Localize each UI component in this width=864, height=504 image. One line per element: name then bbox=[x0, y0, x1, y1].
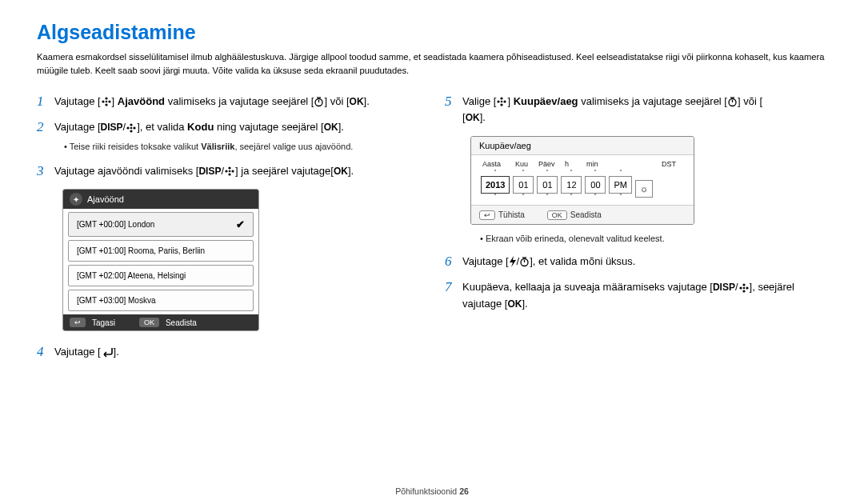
datetime-panel-footer: ↩Tühista OKSeadista bbox=[471, 205, 694, 224]
timezone-panel-title: Ajavöönd bbox=[87, 194, 124, 204]
svg-point-1 bbox=[105, 104, 107, 106]
svg-point-13 bbox=[228, 167, 230, 170]
datetime-panel-title: Kuupäev/aeg bbox=[471, 137, 694, 155]
step-3: Vajutage ajavööndi valimiseks [DISP/] ja… bbox=[54, 163, 419, 180]
ok-icon: OK bbox=[324, 120, 338, 135]
svg-point-17 bbox=[229, 170, 231, 173]
month-spinner[interactable]: ˄01˅ bbox=[513, 170, 534, 200]
flower-icon bbox=[101, 96, 112, 107]
step-number: 7 bbox=[445, 279, 462, 295]
timer-icon bbox=[519, 256, 530, 267]
svg-point-20 bbox=[498, 101, 500, 103]
timezone-panel-footer: ↩Tagasi OKSeadista bbox=[63, 314, 258, 330]
back-arrow-icon bbox=[101, 348, 114, 358]
datetime-panel: Kuupäev/aeg Aasta Kuu Päev h min DST ˄20… bbox=[470, 136, 694, 225]
minute-spinner[interactable]: ˄00˅ bbox=[585, 170, 606, 200]
ok-set-button[interactable]: OKSeadista bbox=[547, 210, 602, 219]
disp-icon: DISP bbox=[713, 280, 735, 295]
svg-point-11 bbox=[134, 126, 136, 129]
flower-icon bbox=[496, 96, 507, 107]
svg-point-33 bbox=[742, 287, 745, 290]
ok-chip: OK bbox=[139, 318, 159, 327]
ok-icon: OK bbox=[466, 110, 480, 126]
timezone-option[interactable]: [GMT +02:00] Ateena, Helsingi bbox=[68, 265, 254, 286]
chevron-down-icon[interactable]: ˅ bbox=[522, 194, 525, 200]
ampm-spinner[interactable]: ˄PM˅ bbox=[609, 170, 632, 200]
svg-point-21 bbox=[504, 101, 506, 103]
svg-point-9 bbox=[130, 130, 133, 132]
disp-icon: DISP bbox=[101, 120, 123, 135]
chevron-down-icon[interactable]: ˅ bbox=[546, 194, 549, 200]
svg-point-16 bbox=[231, 170, 234, 173]
chevron-down-icon[interactable]: ˅ bbox=[494, 194, 497, 200]
hour-spinner[interactable]: ˄12˅ bbox=[561, 170, 582, 200]
cancel-button[interactable]: ↩Tühista bbox=[479, 210, 525, 219]
year-spinner[interactable]: ˄2013˅ bbox=[481, 170, 510, 200]
step-5-sub: Ekraan võib erineda, olenevalt valitud k… bbox=[480, 233, 827, 245]
svg-point-22 bbox=[501, 101, 503, 103]
svg-point-0 bbox=[105, 98, 107, 100]
timezone-option[interactable]: [GMT +03:00] Moskva bbox=[68, 290, 254, 311]
back-icon: ↩ bbox=[70, 318, 86, 327]
chevron-down-icon[interactable]: ˅ bbox=[619, 194, 622, 200]
step-2-sub: Teise riiki reisides toksake valikut Väl… bbox=[64, 141, 419, 153]
left-column: 1 Vajutage [] Ajavöönd valimiseks ja vaj… bbox=[37, 94, 419, 371]
globe-icon: ✦ bbox=[70, 193, 82, 206]
chevron-up-icon[interactable]: ˄ bbox=[522, 170, 525, 176]
back-button[interactable]: ↩Tagasi bbox=[70, 318, 115, 327]
step-1: Vajutage [] Ajavöönd valimiseks ja vajut… bbox=[54, 94, 419, 110]
svg-point-2 bbox=[102, 101, 104, 103]
flower-icon bbox=[126, 122, 137, 134]
step-number: 5 bbox=[445, 94, 462, 110]
ok-icon: OK bbox=[350, 94, 364, 110]
svg-point-12 bbox=[130, 127, 133, 130]
flower-icon bbox=[738, 282, 750, 294]
page-footer: Põhifunktsioonid 26 bbox=[0, 486, 864, 496]
svg-point-19 bbox=[501, 104, 503, 106]
sun-icon: ☼ bbox=[639, 183, 648, 194]
svg-point-10 bbox=[127, 126, 130, 129]
check-icon: ✔ bbox=[236, 218, 245, 230]
step-number: 4 bbox=[37, 344, 54, 360]
flower-icon bbox=[224, 166, 235, 177]
day-spinner[interactable]: ˄01˅ bbox=[537, 170, 558, 200]
svg-point-31 bbox=[739, 286, 742, 289]
svg-point-15 bbox=[225, 170, 227, 173]
svg-point-18 bbox=[501, 98, 503, 100]
svg-point-32 bbox=[746, 286, 748, 289]
timezone-option[interactable]: [GMT +01:00] Rooma, Pariis, Berliin bbox=[68, 240, 254, 262]
step-number: 2 bbox=[37, 119, 54, 135]
ok-icon: OK bbox=[507, 297, 522, 312]
disp-icon: DISP bbox=[198, 164, 221, 179]
step-number: 1 bbox=[37, 94, 54, 110]
page-title: Algseadistamine bbox=[37, 21, 827, 44]
timer-icon bbox=[727, 96, 738, 107]
svg-point-8 bbox=[130, 123, 133, 126]
ok-set-button[interactable]: OKSeadista bbox=[139, 318, 197, 327]
svg-point-14 bbox=[228, 174, 230, 176]
intro-paragraph: Kaamera esmakordsel sisselülitamisel ilm… bbox=[37, 50, 827, 78]
svg-point-29 bbox=[742, 283, 745, 286]
ok-chip: OK bbox=[547, 210, 567, 220]
timezone-option[interactable]: [GMT +00:00] London✔ bbox=[68, 212, 254, 237]
svg-point-30 bbox=[742, 290, 745, 292]
chevron-up-icon[interactable]: ˄ bbox=[594, 170, 597, 176]
chevron-up-icon[interactable]: ˄ bbox=[570, 170, 573, 176]
timezone-panel-header: ✦ Ajavöönd bbox=[63, 190, 258, 209]
chevron-down-icon[interactable]: ˅ bbox=[594, 194, 597, 200]
dst-toggle[interactable]: ☼ bbox=[635, 180, 653, 198]
step-5: Valige [] Kuupäev/aeg valimiseks ja vaju… bbox=[462, 94, 827, 127]
chevron-up-icon[interactable]: ˄ bbox=[494, 170, 497, 176]
chevron-up-icon[interactable]: ˄ bbox=[546, 170, 549, 176]
right-column: 5 Valige [] Kuupäev/aeg valimiseks ja va… bbox=[445, 94, 827, 371]
chevron-down-icon[interactable]: ˅ bbox=[570, 194, 573, 200]
timezone-panel: ✦ Ajavöönd [GMT +00:00] London✔ [GMT +01… bbox=[62, 189, 259, 331]
step-2: Vajutage [DISP/], et valida Kodu ning va… bbox=[54, 119, 419, 153]
step-number: 3 bbox=[37, 163, 54, 179]
step-4: Vajutage []. bbox=[54, 344, 419, 361]
timer-icon bbox=[314, 96, 324, 107]
back-icon: ↩ bbox=[479, 210, 495, 220]
chevron-up-icon[interactable]: ˄ bbox=[619, 170, 622, 176]
step-6: Vajutage [/], et valida mõni üksus. bbox=[462, 254, 827, 270]
svg-point-4 bbox=[105, 101, 107, 103]
